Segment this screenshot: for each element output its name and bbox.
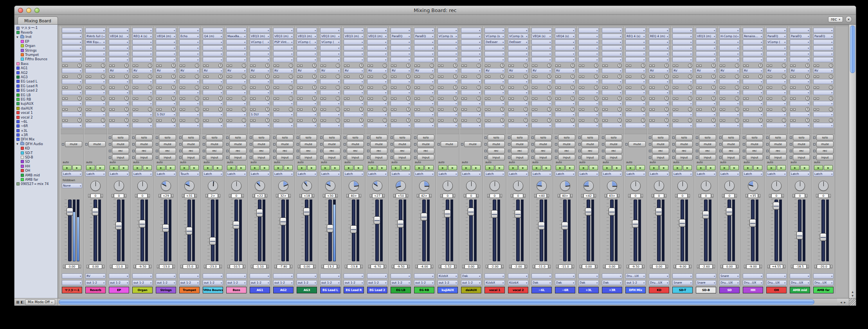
send-pre-button[interactable] [465,65,467,67]
send-pre-button[interactable] [418,108,420,111]
solo-button[interactable]: solo [300,135,317,140]
auto-record-button[interactable]: ▶ [425,165,434,170]
track-name-label[interactable]: Strings [156,287,176,293]
mute-button[interactable]: mute [652,141,669,147]
auto-record-button[interactable]: ▶ [143,165,152,170]
insert-menu[interactable]: ▾ [602,34,622,39]
fader-increment-button[interactable] [314,265,316,268]
send-mute-button[interactable] [438,119,440,122]
fader-handle[interactable] [67,208,73,216]
send-mute-button[interactable] [814,119,816,122]
pan-value[interactable]: 40> [560,194,570,198]
send-mute-button[interactable] [227,86,229,89]
send-knob[interactable] [618,96,622,101]
send-assign-menu[interactable]: ▾ [250,79,270,84]
track-name-label[interactable]: マスター-1 [62,287,82,293]
insert-menu[interactable]: ▾ [531,28,552,33]
send-mute-button[interactable] [321,119,323,122]
send-knob[interactable] [312,85,317,90]
mute-button[interactable]: mute [769,141,787,147]
send-pre-button[interactable] [746,65,749,67]
send-knob[interactable] [195,63,199,68]
sidebar-item-3l[interactable]: +3L [14,128,58,133]
insert-menu[interactable]: ▾ [602,57,622,62]
send-knob[interactable] [406,107,411,111]
send-knob[interactable] [265,85,270,90]
mute-button[interactable]: mute [675,141,693,147]
send-mute-button[interactable] [532,65,534,67]
send-mute-button[interactable] [180,108,182,111]
send-mute-button[interactable] [109,119,112,122]
fader-value[interactable]: 0.00 [89,264,102,269]
rec-button[interactable]: rec [699,148,716,154]
send-knob[interactable] [218,74,223,79]
insert-menu[interactable]: ▾ [766,28,787,33]
send-assign-menu[interactable]: ▾ [250,90,270,95]
send-pre-button[interactable] [699,108,702,111]
send-mute-button[interactable] [250,86,252,89]
send-mute-button[interactable] [227,119,229,122]
input-button[interactable]: input [253,155,270,160]
insert-menu[interactable]: ▾ [226,57,247,62]
send-pre-button[interactable] [300,86,303,89]
send-knob[interactable] [195,118,199,122]
fader-value[interactable]: -9.50 [629,264,642,269]
sequence-selector[interactable]: rec ▾ [828,16,843,22]
send-assign-menu[interactable]: ▾ [484,79,505,84]
send-knob[interactable] [336,96,340,101]
insert-menu[interactable]: ▾ [696,28,716,33]
insert-menu[interactable]: ▾ [531,51,552,56]
output-assign-menu[interactable]: out 1-2▾ [109,280,129,285]
insert-menu[interactable]: ▾ [438,51,458,56]
input-assign-menu[interactable]: ▾ [508,273,528,279]
sidebar-item-sd[interactable]: SD [14,160,58,164]
pan-value[interactable]: 42> [419,194,429,198]
send-assign-menu[interactable]: ▾ [391,79,411,84]
insert-menu[interactable]: ▾ [226,51,247,56]
send-pre-button[interactable] [253,119,256,122]
sidebar-item-ep[interactable]: EP [14,39,58,43]
send-mute-button[interactable] [156,119,158,122]
pan-value[interactable]: 2> [208,194,218,198]
insert-menu[interactable]: ▾ [508,51,528,56]
rec-button[interactable]: rec [206,148,223,154]
pan-decrement-button[interactable] [628,194,630,198]
pan-decrement-button[interactable] [440,194,442,198]
input-button[interactable]: input [323,155,340,160]
send-assign-menu[interactable]: ▾ [320,79,340,84]
send-knob[interactable] [618,118,622,122]
fader-increment-button[interactable] [478,265,480,268]
send-knob[interactable] [430,74,434,79]
insert-menu[interactable]: ▾ [461,40,481,45]
send-assign-menu[interactable]: ▾ [790,101,810,106]
pan-increment-button[interactable] [805,194,807,198]
send-mute-button[interactable] [720,97,722,100]
send-assign-menu[interactable]: ▾ [62,112,82,117]
send-mute-button[interactable] [86,76,88,78]
send-pre-button[interactable] [206,119,209,122]
track-name-label[interactable]: OH [766,287,787,293]
send-knob[interactable] [477,118,481,122]
send-knob[interactable] [101,96,105,101]
fader-track[interactable] [375,200,379,261]
send-knob[interactable] [805,74,810,79]
send-assign-menu[interactable]: ▾ [531,112,552,117]
send-knob[interactable] [312,96,317,101]
fader-decrement-button[interactable] [415,265,417,268]
pan-knob[interactable] [372,181,382,191]
send-assign-menu[interactable]: ▾ [790,123,810,128]
insert-menu[interactable]: ▾ [132,51,153,56]
send-mute-button[interactable] [649,97,652,100]
send-assign-menu[interactable]: ▾ [391,101,411,106]
send-mute-button[interactable] [250,97,252,100]
send-pre-button[interactable] [159,86,162,89]
send-assign-menu[interactable]: RV▾ [156,68,176,73]
send-mute-button[interactable] [438,86,440,89]
send-knob[interactable] [594,118,598,122]
mute-button[interactable]: mute [135,141,153,147]
send-knob[interactable] [477,85,481,90]
send-assign-menu[interactable]: ▾ [696,101,716,106]
send-knob[interactable] [805,118,810,122]
pan-increment-button[interactable] [124,194,126,198]
fader-value[interactable]: 0.00 [605,264,619,269]
